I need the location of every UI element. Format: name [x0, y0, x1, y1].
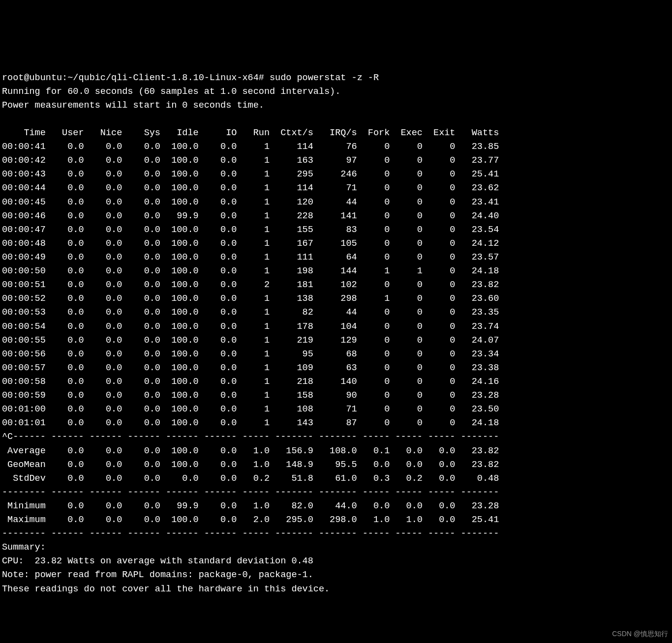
table-header: Time User Nice Sys Idle IO Run Ctxt/s IR… [2, 128, 499, 138]
intro-line-1: Running for 60.0 seconds (60 samples at … [2, 87, 340, 97]
terminal-output[interactable]: root@ubuntu:~/qubic/qli-Client-1.8.10-Li… [0, 69, 672, 596]
csdn-watermark: CSDN @慎思知行 [612, 629, 668, 639]
break-separator: ^C------ ------ ------ ------ ------ ---… [2, 432, 499, 442]
table-body: 00:00:41 0.0 0.0 0.0 100.0 0.0 1 114 76 … [2, 142, 499, 428]
command-text: sudo powerstat -z -R [270, 73, 379, 83]
minmax-body: Minimum 0.0 0.0 0.0 99.9 0.0 1.0 82.0 44… [2, 501, 499, 525]
summary-heading: Summary: [2, 542, 46, 553]
prompt-line: root@ubuntu:~/qubic/qli-Client-1.8.10-Li… [2, 73, 379, 83]
separator: -------- ------ ------ ------ ------ ---… [2, 487, 499, 497]
summary-note2: These readings do not cover all the hard… [2, 584, 330, 594]
summary-cpu: CPU: 23.82 Watts on average with standar… [2, 556, 313, 566]
summary-note: Note: power read from RAPL domains: pack… [2, 570, 313, 580]
stats-body: Average 0.0 0.0 0.0 100.0 0.0 1.0 156.9 … [2, 446, 499, 484]
separator: -------- ------ ------ ------ ------ ---… [2, 528, 499, 539]
prompt-prefix: root@ubuntu:~/qubic/qli-Client-1.8.10-Li… [2, 73, 270, 83]
intro-line-2: Power measurements will start in 0 secon… [2, 100, 264, 111]
